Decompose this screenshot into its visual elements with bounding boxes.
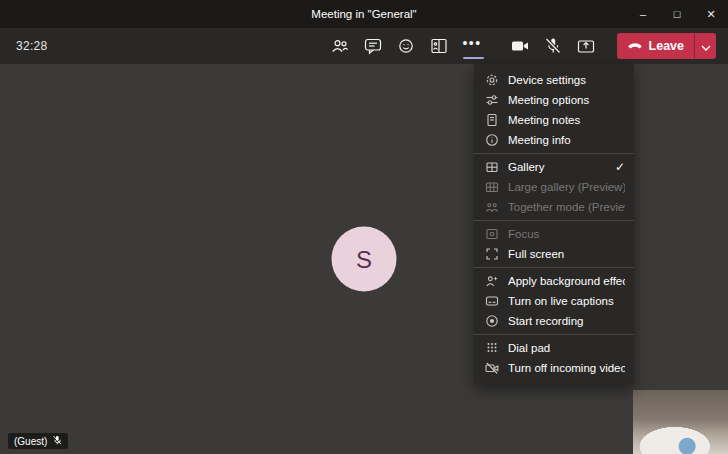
menu-divider: [474, 220, 634, 221]
hang-up-icon: [627, 39, 643, 53]
maximize-button[interactable]: □: [660, 0, 694, 28]
gear-icon: [485, 73, 499, 87]
participants-button[interactable]: [324, 28, 357, 64]
meeting-timer: 32:28: [16, 39, 48, 53]
fullscreen-icon: [485, 247, 499, 261]
share-content-icon: [576, 36, 596, 56]
microphone-muted-button[interactable]: [537, 28, 570, 64]
together-mode-icon: [485, 200, 499, 214]
more-actions-menu: Device settings Meeting options Meeting …: [474, 64, 634, 384]
menu-item-label: Gallery: [508, 161, 611, 173]
menu-item-focus[interactable]: Focus: [474, 224, 634, 244]
menu-item-label: Meeting notes: [508, 114, 625, 126]
participant-avatar: S: [332, 227, 397, 292]
check-icon: ✓: [615, 160, 625, 174]
menu-item-turn-off-incoming-video[interactable]: Turn off incoming video: [474, 358, 634, 378]
menu-item-label: Device settings: [508, 74, 625, 86]
sliders-icon: [485, 93, 499, 107]
camera-icon: [510, 36, 530, 56]
menu-item-device-settings[interactable]: Device settings: [474, 70, 634, 90]
menu-item-label: Turn on live captions: [508, 295, 625, 307]
participant-name-badge: (Guest): [8, 433, 68, 449]
close-button[interactable]: ✕: [694, 0, 728, 28]
menu-item-large-gallery[interactable]: Large gallery (Preview): [474, 177, 634, 197]
menu-item-together-mode[interactable]: Together mode (Preview): [474, 197, 634, 217]
menu-item-label: Apply background effects: [508, 275, 625, 287]
leave-button[interactable]: Leave: [617, 39, 694, 53]
notes-icon: [485, 113, 499, 127]
menu-item-label: Meeting options: [508, 94, 625, 106]
chat-icon: [363, 36, 383, 56]
chevron-down-icon: [701, 37, 711, 55]
more-actions-icon: •••: [462, 36, 481, 50]
participants-icon: [330, 36, 350, 56]
guest-label: (Guest): [14, 436, 47, 447]
avatar-initial: S: [356, 245, 372, 273]
info-icon: [485, 133, 499, 147]
camera-button[interactable]: [504, 28, 537, 64]
menu-item-full-screen[interactable]: Full screen: [474, 244, 634, 264]
muted-mic-small-icon: [52, 435, 62, 447]
self-view-video[interactable]: [633, 390, 728, 454]
av-controls-group: [504, 28, 603, 64]
background-effects-icon: [485, 274, 499, 288]
menu-item-label: Dial pad: [508, 342, 625, 354]
menu-item-label: Together mode (Preview): [508, 201, 625, 213]
gallery-grid-icon: [485, 160, 499, 174]
menu-item-dial-pad[interactable]: Dial pad: [474, 338, 634, 358]
microphone-muted-icon: [543, 36, 563, 56]
focus-icon: [485, 227, 499, 241]
record-icon: [485, 314, 499, 328]
menu-item-gallery[interactable]: Gallery ✓: [474, 157, 634, 177]
menu-item-label: Meeting info: [508, 134, 625, 146]
menu-item-label: Full screen: [508, 248, 625, 260]
captions-icon: [485, 294, 499, 308]
menu-item-meeting-options[interactable]: Meeting options: [474, 90, 634, 110]
menu-item-label: Large gallery (Preview): [508, 181, 625, 193]
leave-label: Leave: [649, 39, 684, 53]
menu-item-start-recording[interactable]: Start recording: [474, 311, 634, 331]
minimize-button[interactable]: –: [626, 0, 660, 28]
menu-divider: [474, 153, 634, 154]
leave-options-button[interactable]: [695, 33, 716, 59]
reactions-icon: [396, 36, 416, 56]
video-off-icon: [485, 361, 499, 375]
menu-item-background-effects[interactable]: Apply background effects: [474, 271, 634, 291]
more-actions-button[interactable]: •••: [456, 28, 489, 64]
breakout-rooms-icon: [429, 36, 449, 56]
menu-item-label: Start recording: [508, 315, 625, 327]
window-title: Meeting in "General": [311, 8, 416, 20]
reactions-button[interactable]: [390, 28, 423, 64]
menu-item-live-captions[interactable]: Turn on live captions: [474, 291, 634, 311]
meeting-toolbar: 32:28: [0, 28, 728, 64]
menu-divider: [474, 267, 634, 268]
leave-split-button: Leave: [617, 33, 716, 59]
menu-divider: [474, 334, 634, 335]
window-controls: – □ ✕: [626, 0, 728, 28]
chat-button[interactable]: [357, 28, 390, 64]
menu-item-meeting-notes[interactable]: Meeting notes: [474, 110, 634, 130]
more-actions-active-underline: [463, 57, 484, 59]
window-titlebar: Meeting in "General" – □ ✕: [0, 0, 728, 28]
large-gallery-grid-icon: [485, 180, 499, 194]
menu-item-label: Turn off incoming video: [508, 362, 625, 374]
share-content-button[interactable]: [570, 28, 603, 64]
menu-item-meeting-info[interactable]: Meeting info: [474, 130, 634, 150]
menu-item-label: Focus: [508, 228, 625, 240]
breakout-rooms-button[interactable]: [423, 28, 456, 64]
dialpad-icon: [485, 341, 499, 355]
